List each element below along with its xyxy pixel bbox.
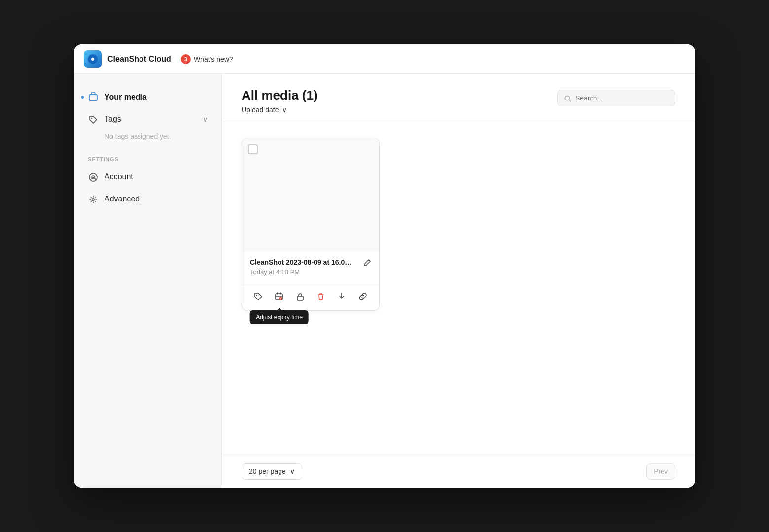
copy-link-action-icon[interactable] — [356, 289, 370, 303]
media-card: CleanShot 2023-08-09 at 16.0… Today at 4… — [242, 138, 380, 311]
card-date: Today at 4:10 PM — [250, 268, 371, 276]
per-page-button[interactable]: 20 per page ∨ — [242, 463, 302, 480]
settings-header: SETTINGS — [74, 146, 221, 166]
delete-action-icon[interactable] — [314, 289, 328, 303]
advanced-icon — [88, 194, 99, 204]
page-title: All media (1) — [242, 88, 318, 103]
tag-action-icon[interactable] — [251, 289, 265, 303]
whats-new-label: What's new? — [194, 55, 233, 63]
expiry-action-icon[interactable] — [272, 289, 286, 303]
per-page-label: 20 per page — [249, 467, 286, 475]
your-media-label: Your media — [105, 93, 147, 101]
card-info: CleanShot 2023-08-09 at 16.0… Today at 4… — [242, 252, 379, 285]
lock-action-icon[interactable] — [293, 289, 307, 303]
content-title-area: All media (1) Upload date ∨ — [242, 88, 318, 114]
tags-icon — [88, 114, 99, 124]
svg-point-3 — [91, 117, 92, 118]
sidebar: Your media Tags ∨ — [74, 74, 222, 488]
tags-label: Tags — [105, 115, 121, 124]
search-icon — [564, 94, 571, 102]
svg-point-8 — [256, 295, 257, 296]
search-box — [557, 90, 675, 106]
download-action-icon[interactable] — [335, 289, 349, 303]
sidebar-item-your-media[interactable]: Your media — [74, 86, 221, 108]
content-area: All media (1) Upload date ∨ — [222, 74, 695, 488]
card-name-row: CleanShot 2023-08-09 at 16.0… — [250, 258, 371, 266]
account-icon — [88, 172, 99, 182]
svg-point-6 — [92, 199, 95, 201]
your-media-icon — [88, 92, 99, 102]
no-tags-text: No tags assigned yet. — [74, 131, 221, 146]
sidebar-item-account[interactable]: Account — [74, 166, 221, 188]
prev-button[interactable]: Prev — [646, 463, 675, 480]
expiry-action-container: Adjust expiry time — [272, 291, 286, 301]
notification-badge: 3 — [181, 54, 191, 64]
sort-label: Upload date — [242, 106, 279, 114]
card-actions: Adjust expiry time — [242, 285, 379, 310]
card-thumbnail — [242, 138, 379, 252]
sort-button[interactable]: Upload date ∨ — [242, 106, 318, 114]
advanced-label: Advanced — [105, 195, 140, 203]
edit-icon[interactable] — [363, 258, 371, 266]
titlebar: CleanShot Cloud 3 What's new? — [74, 44, 695, 74]
per-page-chevron-icon: ∨ — [290, 467, 295, 475]
media-grid: CleanShot 2023-08-09 at 16.0… Today at 4… — [222, 122, 695, 455]
svg-point-1 — [91, 58, 94, 61]
account-label: Account — [105, 172, 133, 181]
sidebar-item-tags[interactable]: Tags ∨ — [74, 108, 221, 130]
content-header: All media (1) Upload date ∨ — [222, 74, 695, 122]
search-input[interactable] — [575, 94, 668, 102]
card-checkbox[interactable] — [248, 144, 258, 154]
whats-new-button[interactable]: 3 What's new? — [181, 54, 233, 64]
sort-chevron-icon: ∨ — [282, 106, 287, 114]
svg-rect-2 — [89, 95, 97, 100]
app-title: CleanShot Cloud — [107, 55, 171, 64]
main-layout: Your media Tags ∨ — [74, 74, 695, 488]
card-name: CleanShot 2023-08-09 at 16.0… — [250, 258, 359, 266]
sidebar-item-advanced[interactable]: Advanced — [74, 188, 221, 210]
tooltip: Adjust expiry time — [250, 310, 309, 324]
app-logo — [84, 50, 102, 68]
svg-rect-11 — [297, 296, 303, 300]
app-window: CleanShot Cloud 3 What's new? Your media — [74, 44, 695, 488]
content-footer: 20 per page ∨ Prev — [222, 455, 695, 488]
tags-chevron: ∨ — [203, 115, 208, 123]
